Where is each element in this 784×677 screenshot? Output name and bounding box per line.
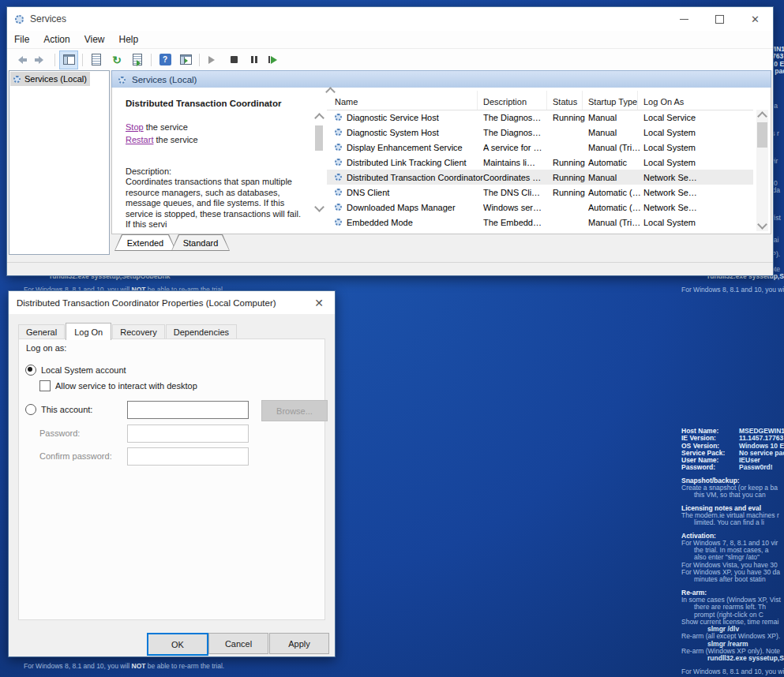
show-action-pane-button[interactable]: [176, 50, 195, 69]
table-row[interactable]: Encrypting File System (EFS)Provides the…: [327, 230, 753, 234]
ok-button[interactable]: OK: [147, 633, 208, 656]
service-name-cell: Distributed Link Tracking Client: [327, 158, 483, 167]
refresh-button[interactable]: ↻: [107, 50, 126, 69]
action-pane-icon: [180, 54, 192, 65]
minimize-button[interactable]: [666, 7, 702, 31]
menu-help[interactable]: Help: [112, 32, 146, 47]
column-header-description[interactable]: Description: [483, 97, 527, 107]
band-title: Services (Local): [132, 75, 197, 84]
tab-log-on[interactable]: Log On: [66, 323, 111, 340]
service-name-cell: DNS Client: [327, 188, 483, 197]
stop-service-button[interactable]: [224, 50, 243, 69]
scroll-up-icon[interactable]: [314, 113, 324, 123]
status-bar: [7, 262, 773, 275]
local-system-radio[interactable]: [25, 365, 36, 376]
account-input[interactable]: [127, 401, 249, 419]
column-header-status[interactable]: Status: [553, 97, 577, 107]
scroll-down-icon[interactable]: [757, 219, 767, 230]
scrollbar-thumb[interactable]: [757, 122, 767, 148]
scrollbar-thumb[interactable]: [315, 125, 323, 151]
menubar: File Action View Help: [7, 31, 773, 49]
service-name-cell: Encrypting File System (EFS): [327, 233, 483, 234]
list-scrollbar[interactable]: [756, 110, 768, 231]
service-gear-icon: [335, 174, 342, 181]
start-service-button[interactable]: [204, 50, 223, 69]
service-description-cell: Coordinates …: [483, 173, 553, 182]
table-row[interactable]: DNS ClientThe DNS Cli…RunningAutomatic (…: [327, 185, 753, 200]
tree-item-label: Services (Local): [24, 74, 87, 84]
this-account-radio[interactable]: [25, 404, 36, 415]
tab-general[interactable]: General: [18, 324, 65, 339]
cancel-button[interactable]: Cancel: [208, 633, 268, 654]
service-gear-icon: [335, 114, 342, 121]
column-header-startup[interactable]: Startup Type: [588, 97, 637, 107]
pause-icon: [251, 56, 257, 63]
tab-dependencies[interactable]: Dependencies: [166, 324, 237, 339]
properties-dialog: Distributed Transaction Coordinator Prop…: [8, 290, 336, 657]
column-header-name[interactable]: Name: [335, 97, 358, 107]
table-row[interactable]: Downloaded Maps ManagerWindows ser…Autom…: [327, 200, 753, 215]
service-logon-cell: Local System: [643, 233, 746, 234]
table-row[interactable]: Distributed Link Tracking ClientMaintain…: [327, 155, 753, 170]
pause-service-button[interactable]: [245, 50, 264, 69]
show-console-tree-button[interactable]: [59, 50, 78, 69]
service-status-cell: Running: [553, 158, 588, 167]
service-startup-cell: Manual (Trigg…: [588, 218, 643, 227]
table-row[interactable]: Embedded ModeThe Embedd…Manual (Trigg…Lo…: [327, 215, 753, 230]
properties-button[interactable]: [87, 50, 106, 69]
service-description-cell: A service for …: [483, 143, 553, 152]
table-row[interactable]: Diagnostic Service HostThe Diagnos…Runni…: [327, 110, 753, 125]
tree-item-services-local[interactable]: Services (Local): [10, 72, 90, 86]
service-name-cell: Display Enhancement Service: [327, 143, 483, 152]
service-status-cell: Running: [553, 113, 588, 122]
scroll-down-icon[interactable]: [314, 202, 324, 212]
stop-service-line: Stop the service: [126, 122, 188, 132]
scroll-up-icon[interactable]: [757, 111, 767, 122]
restart-service-link[interactable]: Restart: [126, 135, 153, 144]
extended-panel-scrollbar[interactable]: [314, 111, 324, 214]
menu-view[interactable]: View: [77, 32, 112, 47]
service-status-cell: Running: [553, 188, 588, 197]
services-titlebar[interactable]: Services ✕: [7, 7, 773, 31]
dialog-titlebar[interactable]: Distributed Transaction Coordinator Prop…: [9, 291, 335, 314]
dialog-close-button[interactable]: ✕: [303, 291, 335, 314]
service-gear-icon: [335, 189, 342, 196]
service-logon-cell: Local System: [643, 143, 746, 152]
menu-file[interactable]: File: [7, 32, 36, 47]
column-header-logon[interactable]: Log On As: [643, 97, 684, 107]
service-gear-icon: [335, 219, 342, 226]
menu-action[interactable]: Action: [36, 32, 77, 47]
refresh-icon: ↻: [112, 54, 122, 65]
services-list: Name Description Status Startup Type Log…: [327, 88, 771, 234]
service-name-cell: Downloaded Maps Manager: [327, 203, 483, 212]
browse-button[interactable]: Browse...: [261, 400, 328, 421]
table-row[interactable]: Distributed Transaction CoordinatorCoord…: [327, 170, 753, 185]
export-list-button[interactable]: [128, 50, 147, 69]
restart-line-rest: the service: [153, 135, 197, 144]
apply-button[interactable]: Apply: [269, 633, 329, 654]
dialog-title: Distributed Transaction Coordinator Prop…: [17, 298, 276, 308]
back-button[interactable]: [11, 50, 30, 69]
service-gear-icon: [335, 204, 342, 211]
tab-extended[interactable]: Extended: [114, 234, 176, 251]
table-row[interactable]: Diagnostic System HostThe Diagnos…Manual…: [327, 125, 753, 140]
maximize-button[interactable]: [702, 7, 737, 31]
allow-desktop-checkbox[interactable]: [39, 380, 51, 391]
service-description-cell: The Diagnos…: [483, 113, 553, 122]
selected-service-title: Distributed Transaction Coordinator: [126, 99, 281, 108]
help-button[interactable]: ?: [156, 50, 174, 69]
restart-icon: [268, 56, 281, 64]
properties-icon: [92, 54, 101, 65]
service-startup-cell: Automatic: [588, 158, 643, 167]
close-button[interactable]: ✕: [737, 7, 773, 31]
stop-service-link[interactable]: Stop: [126, 122, 144, 132]
local-system-radio-row: Local System account: [25, 365, 126, 376]
table-row[interactable]: Display Enhancement ServiceA service for…: [327, 140, 753, 155]
tab-recovery[interactable]: Recovery: [112, 324, 164, 339]
tab-standard[interactable]: Standard: [171, 234, 230, 251]
restart-service-button[interactable]: [265, 50, 284, 69]
confirm-password-input[interactable]: [127, 447, 249, 466]
service-description-cell: The Embedd…: [483, 218, 553, 227]
forward-button[interactable]: [32, 50, 51, 69]
password-input[interactable]: [127, 425, 249, 443]
